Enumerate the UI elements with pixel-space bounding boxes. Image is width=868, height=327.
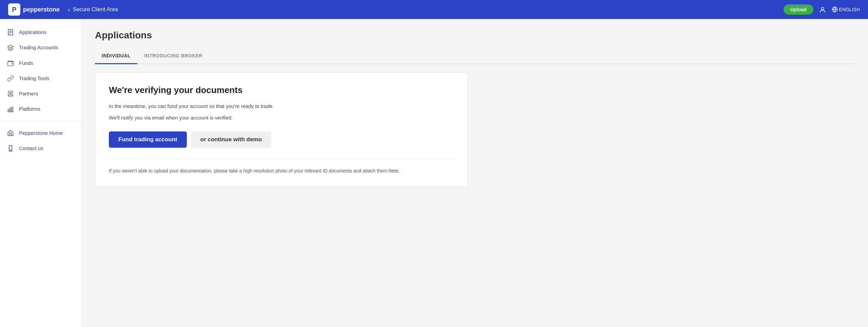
sidebar-item-contact-us[interactable]: Contact us: [0, 141, 81, 156]
user-icon[interactable]: [819, 5, 826, 14]
card-actions: Fund trading account or continue with de…: [109, 131, 454, 148]
sidebar-divider: [0, 121, 81, 121]
top-header: P pepperstone ‹ Secure Client Area Uploa…: [0, 0, 868, 19]
footer-link[interactable]: here: [389, 168, 398, 174]
svg-rect-12: [12, 107, 13, 112]
wallet-icon: [7, 59, 14, 67]
svg-point-9: [10, 92, 12, 94]
mobile-icon: [7, 145, 14, 152]
main-content: Applications INDIVIDUAL INTRODUCING BROK…: [81, 19, 868, 327]
card-text-2: We'll notify you via email when your acc…: [109, 114, 454, 122]
tabs-bar: INDIVIDUAL INTRODUCING BROKER: [95, 49, 854, 64]
continue-with-demo-button[interactable]: or continue with demo: [191, 131, 271, 148]
page-title: Applications: [95, 30, 854, 41]
sidebar-item-funds[interactable]: Funds: [0, 55, 81, 71]
main-layout: Applications Trading Accounts Funds Trad…: [0, 19, 868, 327]
upload-button[interactable]: Upload: [784, 4, 813, 15]
fund-trading-account-button[interactable]: Fund trading account: [109, 131, 187, 148]
card-text-1: In the meantime, you can fund your accou…: [109, 102, 454, 110]
sidebar-label-partners: Partners: [19, 91, 38, 96]
home-icon: [7, 129, 14, 137]
sidebar-label-contact-us: Contact us: [19, 145, 43, 151]
svg-marker-6: [8, 45, 14, 48]
sidebar-label-funds: Funds: [19, 60, 33, 66]
layers-icon: [7, 44, 14, 51]
svg-rect-11: [10, 108, 11, 112]
sidebar-label-trading-accounts: Trading Accounts: [19, 44, 58, 50]
document-icon: [7, 29, 14, 36]
svg-point-14: [10, 150, 11, 150]
sidebar-label-pepperstone-home: Pepperstone Home: [19, 130, 63, 136]
card-heading: We're verifying your documents: [109, 85, 454, 95]
logo[interactable]: P pepperstone: [8, 3, 60, 16]
sidebar-label-trading-tools: Trading Tools: [19, 75, 49, 81]
bar-chart-icon: [7, 105, 14, 112]
sidebar-label-platforms: Platforms: [19, 106, 40, 112]
header-title: Secure Client Area: [73, 6, 784, 13]
footer-period: .: [398, 168, 399, 174]
card-footer: If you weren't able to upload your docum…: [109, 159, 454, 175]
verification-card: We're verifying your documents In the me…: [95, 72, 468, 187]
svg-point-0: [821, 7, 824, 10]
tab-individual[interactable]: INDIVIDUAL: [95, 49, 137, 64]
language-selector[interactable]: ENGLISH: [832, 6, 860, 13]
language-label: ENGLISH: [839, 7, 860, 12]
sidebar-item-platforms[interactable]: Platforms: [0, 101, 81, 116]
tab-introducing-broker[interactable]: INTRODUCING BROKER: [137, 49, 209, 64]
svg-rect-7: [8, 62, 14, 66]
sidebar-item-trading-tools[interactable]: Trading Tools: [0, 71, 81, 86]
header-right: Upload ENGLISH: [784, 4, 860, 15]
sidebar-item-pepperstone-home[interactable]: Pepperstone Home: [0, 125, 81, 141]
back-button[interactable]: ‹: [68, 6, 70, 14]
sidebar: Applications Trading Accounts Funds Trad…: [0, 19, 81, 327]
svg-rect-10: [8, 109, 9, 112]
logo-icon: P: [8, 3, 20, 16]
footer-text: If you weren't able to upload your docum…: [109, 168, 389, 174]
sidebar-label-applications: Applications: [19, 29, 46, 35]
sidebar-item-applications[interactable]: Applications: [0, 24, 81, 40]
sidebar-item-trading-accounts[interactable]: Trading Accounts: [0, 40, 81, 55]
person-badge-icon: [7, 90, 14, 97]
link-icon: [7, 75, 14, 82]
logo-text: pepperstone: [23, 6, 60, 13]
sidebar-item-partners[interactable]: Partners: [0, 86, 81, 101]
